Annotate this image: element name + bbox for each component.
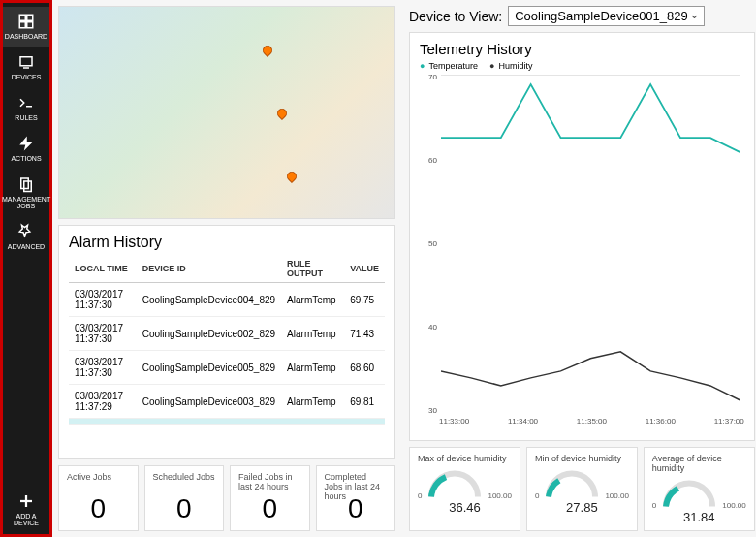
legend-temperature[interactable]: Temperature [420,61,478,71]
sidebar-item-dashboard[interactable]: DASHBOARD [3,7,49,47]
job-card-failed[interactable]: Failed Jobs in last 24 hours0 [230,465,310,531]
alarm-history-title: Alarm History [69,234,385,251]
map-panel[interactable] [58,6,395,219]
map-background [59,7,394,218]
gauge-icon [543,467,601,500]
plus-icon [17,492,35,510]
alarm-table: LOCAL TIME DEVICE ID RULE OUTPUT VALUE 0… [69,255,385,425]
y-axis: 70 60 50 40 30 [420,73,437,415]
job-card-completed[interactable]: Completed Jobs in last 24 hours0 [316,465,396,531]
advanced-icon [17,223,35,240]
chart-area[interactable]: 70 60 50 40 30 11:33:00 [420,73,744,432]
sidebar-label: ACTIONS [11,155,41,162]
job-card-scheduled[interactable]: Scheduled Jobs0 [144,465,225,531]
svg-rect-4 [20,57,32,66]
sidebar: DASHBOARD DEVICES RULES ACTIONS MANAGEME… [0,0,52,537]
table-row[interactable]: 03/03/2017 11:37:30CoolingSampleDevice00… [69,317,385,351]
table-row[interactable]: 03/03/2017 11:37:29CoolingSampleDevice00… [69,385,385,419]
svg-marker-7 [19,137,33,151]
legend-humidity[interactable]: Humidity [489,61,532,71]
device-select-row: Device to View: CoolingSampleDevice001_8… [409,6,755,26]
sidebar-label: DEVICES [12,74,42,80]
table-row[interactable] [69,419,385,425]
rules-icon [17,94,35,111]
gauge-icon [425,467,484,500]
chart-title: Telemetry History [420,41,744,57]
device-select-dropdown[interactable]: CoolingSampleDevice001_829 [508,6,705,26]
gauge-icon [660,477,718,510]
actions-icon [17,135,35,152]
telemetry-chart-panel: Telemetry History Temperature Humidity 7… [409,32,755,441]
sidebar-label: ADD A DEVICE [3,513,49,526]
sidebar-item-jobs[interactable]: MANAGEMENT JOBS [3,170,49,217]
svg-rect-2 [19,22,25,28]
sidebar-label: MANAGEMENT JOBS [2,196,50,209]
col-time[interactable]: LOCAL TIME [69,255,137,283]
table-row[interactable]: 03/03/2017 11:37:30CoolingSampleDevice00… [69,351,385,385]
sidebar-label: DASHBOARD [5,33,47,40]
chart-plot [441,75,740,415]
col-device[interactable]: DEVICE ID [137,255,281,283]
svg-rect-3 [27,22,33,28]
svg-rect-1 [27,15,33,20]
dashboard-icon [17,13,35,30]
jobs-icon [17,175,35,193]
table-row[interactable]: 03/03/2017 11:37:30CoolingSampleDevice00… [69,283,385,317]
sidebar-item-add-device[interactable]: ADD A DEVICE [3,487,49,534]
gauge-avg-humidity[interactable]: Average of device humidity 0 100.00 31.8… [644,447,755,531]
gauges-row: Max of device humidity 0 100.00 36.46 Mi… [409,447,755,531]
sidebar-label: ADVANCED [8,243,45,250]
sidebar-item-devices[interactable]: DEVICES [3,47,49,88]
x-axis: 11:33:00 11:34:00 11:35:00 11:36:00 11:3… [439,417,744,432]
job-card-active[interactable]: Active Jobs0 [58,465,139,531]
col-value[interactable]: VALUE [344,255,385,283]
gauge-max-humidity[interactable]: Max of device humidity 0 100.00 36.46 [409,447,520,531]
sidebar-label: RULES [15,114,37,121]
gauge-min-humidity[interactable]: Min of device humidity 0 100.00 27.85 [526,447,638,531]
alarm-history-panel: Alarm History LOCAL TIME DEVICE ID RULE … [58,225,395,459]
jobs-row: Active Jobs0 Scheduled Jobs0 Failed Jobs… [58,465,395,531]
sidebar-item-actions[interactable]: ACTIONS [3,129,49,170]
devices-icon [17,53,35,71]
device-select-label: Device to View: [409,9,502,24]
chart-legend: Temperature Humidity [420,61,744,71]
main-content: Alarm History LOCAL TIME DEVICE ID RULE … [52,0,756,537]
sidebar-item-advanced[interactable]: ADVANCED [3,217,49,258]
col-rule[interactable]: RULE OUTPUT [281,255,344,283]
svg-rect-0 [19,15,25,20]
sidebar-item-rules[interactable]: RULES [3,88,49,129]
